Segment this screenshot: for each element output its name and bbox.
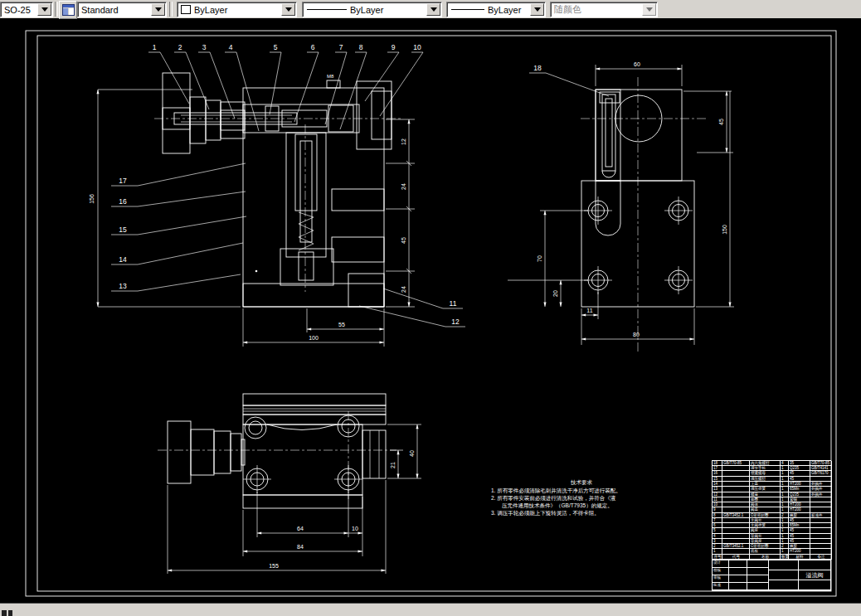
lineweight-value: ByLayer: [484, 5, 521, 15]
toolbar: SO-25 Standard ByLayer ByLayer ByLayer 随…: [0, 0, 861, 18]
clipped-text-fragment: [2, 610, 15, 616]
callout-1: 1: [153, 43, 157, 51]
text-style-value: Standard: [78, 5, 119, 15]
color-dropdown-arrow[interactable]: [281, 3, 295, 16]
title-block: 设计 校核 审核 批准 溢流阀: [712, 560, 831, 591]
callout-15: 15: [119, 226, 127, 234]
dim-150: 150: [722, 225, 727, 235]
dim-style-combo[interactable]: SO-25: [0, 2, 53, 17]
toolbar-separator: [55, 2, 58, 17]
dim-55: 55: [338, 322, 345, 327]
cad-window: { "toolbar": { "dim_style": "SO-25", "te…: [0, 0, 861, 616]
dim-11: 11: [586, 308, 592, 313]
callout-9: 9: [392, 43, 396, 51]
toolbar-separator: [169, 2, 173, 17]
note-line: 压元件通用技术条件》（GB/T7935）的规定。: [491, 502, 672, 509]
callout-10: 10: [413, 43, 421, 51]
plot-style-combo: 随颜色: [550, 2, 658, 17]
note-line: 2. 所有零件安装前必须进行清洗和试验，并符合《液: [491, 494, 672, 502]
dim-155: 155: [269, 563, 279, 569]
callout-2: 2: [178, 43, 182, 51]
dim-20: 20: [552, 290, 558, 297]
dim-84: 84: [297, 544, 304, 550]
linetype-value: ByLayer: [347, 5, 383, 15]
callout-13: 13: [119, 282, 127, 290]
callout-14: 14: [119, 255, 127, 264]
note-line: 3. 调压手轮必须能上下旋转灵活，不得卡阻。: [491, 509, 672, 517]
chevron-down-icon: [430, 7, 437, 12]
chevron-down-icon: [534, 7, 541, 12]
drawing-name: 溢流阀: [799, 570, 830, 580]
callout-17: 17: [119, 177, 127, 185]
notes-title: 技术要求: [491, 478, 672, 486]
linetype-preview-icon: [307, 9, 347, 10]
dim-style-manager-button[interactable]: [59, 1, 77, 19]
dim-12: 12: [401, 138, 406, 145]
text-style-dropdown-arrow[interactable]: [151, 3, 165, 16]
dim-100: 100: [309, 335, 319, 341]
callout-18: 18: [533, 64, 542, 72]
callout-7: 7: [339, 43, 343, 51]
callout-5: 5: [274, 43, 278, 51]
lineweight-combo[interactable]: ByLayer: [446, 2, 546, 17]
dim-40: 40: [409, 450, 415, 457]
dim-60: 60: [634, 61, 640, 67]
dim-m8: M8: [327, 74, 334, 79]
linetype-dropdown-arrow[interactable]: [426, 3, 440, 16]
dim-24a: 24: [401, 183, 406, 190]
title-block-signature-grid: 设计 校核 审核 批准: [713, 560, 769, 590]
title-block-middle-grid: [769, 560, 799, 590]
dim-45: 45: [718, 119, 724, 125]
chevron-down-icon: [285, 7, 292, 12]
callout-11: 11: [450, 299, 457, 308]
lineweight-preview-icon: [451, 9, 484, 10]
plot-style-value: 随颜色: [551, 3, 581, 16]
color-value: ByLayer: [191, 5, 227, 15]
tb-label: 审核: [713, 575, 729, 583]
linetype-combo[interactable]: ByLayer: [302, 2, 442, 17]
dim-70: 70: [537, 255, 542, 262]
callout-4: 4: [229, 43, 233, 51]
callout-12: 12: [451, 318, 460, 326]
callout-16: 16: [119, 197, 127, 206]
title-block-name-column: 溢流阀: [799, 560, 830, 590]
callout-6: 6: [311, 43, 315, 51]
dim-style-dropdown-arrow[interactable]: [37, 3, 51, 16]
technical-notes: 技术要求 1. 所有零件必须清除毛刺并清洗干净后方可进行装配。 2. 所有零件安…: [491, 478, 672, 517]
tb-label: 批准: [713, 583, 729, 590]
dim-10: 10: [352, 526, 358, 531]
note-line: 1. 所有零件必须清除毛刺并清洗干净后方可进行装配。: [491, 487, 672, 494]
color-combo[interactable]: ByLayer: [177, 2, 297, 17]
dim-style-value: SO-25: [1, 5, 31, 15]
chevron-down-icon: [155, 7, 162, 12]
dim-24b: 24: [401, 286, 406, 293]
parts-list: 序号 代号 名称 数量 材料 备注 1底板 1HT200 2GB/T3452.1…: [712, 460, 831, 560]
command-bar-edge[interactable]: [0, 603, 861, 616]
dim-21: 21: [390, 462, 396, 468]
dim-80: 80: [633, 332, 640, 337]
callout-3: 3: [202, 43, 207, 51]
dim-style-icon: [62, 4, 75, 16]
dim-64: 64: [297, 526, 304, 531]
text-style-combo[interactable]: Standard: [77, 2, 167, 17]
plot-style-dropdown-arrow: [642, 3, 656, 16]
dim-45a: 45: [401, 237, 406, 244]
callout-8: 8: [359, 43, 363, 51]
color-swatch-icon: [181, 5, 191, 14]
tb-label: 设计: [713, 560, 729, 568]
chevron-down-icon: [646, 7, 653, 12]
tb-label: 校核: [713, 568, 729, 575]
chevron-down-icon: [41, 7, 48, 12]
dim-156: 156: [89, 194, 95, 204]
lineweight-dropdown-arrow[interactable]: [530, 3, 544, 16]
